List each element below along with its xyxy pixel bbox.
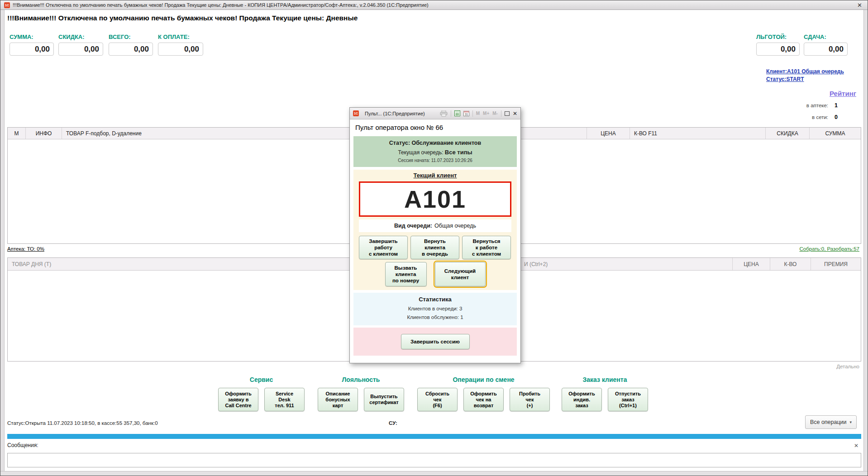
total-koplate-value: 0,00 bbox=[158, 43, 203, 56]
section-title-client-order: Заказ клиента bbox=[562, 376, 648, 383]
col-header-sum[interactable]: СУММА bbox=[810, 128, 861, 139]
return-client-to-queue-button[interactable]: Вернуть клиента в очередь bbox=[410, 236, 459, 259]
service-desk-button[interactable]: Service Desk тел. 911 bbox=[264, 388, 305, 411]
dialog-title: Пульт... (1С:Предприятие) bbox=[365, 111, 425, 116]
dialog-statistics-box: Статистика Клиентов в очереди: 3 Клиенто… bbox=[353, 293, 517, 325]
detail-label[interactable]: Детально bbox=[836, 364, 859, 369]
toolbar-separator bbox=[501, 110, 501, 117]
total-lgotoy-label: ЛЬГОТОЙ: bbox=[756, 33, 800, 41]
calculator-icon[interactable] bbox=[454, 110, 460, 116]
bonus-cards-info-button[interactable]: Описание бонусных карт bbox=[318, 388, 358, 411]
cash-status-text: Статус:Открыта 11.07.2023 10:18:50, в ка… bbox=[7, 420, 158, 426]
col-header-actions[interactable]: И (Ctrl+2) bbox=[520, 258, 733, 270]
col-header-day-qty[interactable]: К-ВО bbox=[770, 258, 811, 270]
dialog-current-client-box: Текщий клиент A101 Вид очереди: Общая оч… bbox=[353, 170, 517, 290]
punch-receipt-button[interactable]: Пробить чек (+) bbox=[510, 388, 550, 411]
shift-operation-buttons: Сбросить чек (F6) Оформить чек на возвра… bbox=[417, 388, 550, 411]
dialog-titlebar: 1С Пульт... (1С:Предприятие) 31 bbox=[350, 108, 520, 119]
warning-banner: !!!Внимание!!! Отключена по умолчанию пе… bbox=[7, 14, 358, 22]
messages-input[interactable] bbox=[7, 453, 861, 467]
statistics-title: Статистика bbox=[353, 296, 517, 303]
col-header-m[interactable]: М bbox=[8, 128, 26, 139]
session-label: Сессия начата: bbox=[398, 158, 430, 163]
clients-served-line: Клиентов обслужено: 1 bbox=[353, 314, 517, 320]
dialog-heading: Пульт оператора окно № 66 bbox=[355, 124, 515, 131]
end-session-button[interactable]: Завершить сессию bbox=[401, 334, 470, 349]
main-window: 1С !!!Внимание!!! Отключена по умолчанию… bbox=[0, 0, 868, 476]
window-title: !!!Внимание!!! Отключена по умолчанию пе… bbox=[13, 2, 855, 8]
operator-dialog: 1С Пульт... (1С:Предприятие) 31 bbox=[349, 107, 521, 363]
window-frame-right bbox=[863, 10, 868, 476]
memory-m-minus-button[interactable]: M- bbox=[492, 111, 498, 116]
in-pharmacy-counter: в аптеке: 1 bbox=[806, 102, 838, 109]
total-vsego-label: ВСЕГО: bbox=[109, 33, 153, 41]
all-operations-button[interactable]: Все операции ▾ bbox=[805, 415, 857, 429]
client-status-link[interactable]: Статус:START bbox=[766, 76, 844, 83]
client-link-block: Клиент:A101 Общая очередь Статус:START bbox=[766, 68, 844, 83]
calendar-icon[interactable]: 31 bbox=[463, 110, 469, 116]
messages-label: Сообщения: bbox=[7, 442, 38, 448]
col-header-qty[interactable]: К-ВО F11 bbox=[630, 128, 766, 139]
release-order-button[interactable]: Отпустить заказ (Ctrl+1) bbox=[608, 388, 648, 411]
in-pharmacy-value: 1 bbox=[835, 102, 838, 109]
queue-label: Текущая очередь: bbox=[398, 149, 443, 156]
dialog-session-box: Завершить сессию bbox=[353, 328, 517, 356]
all-operations-label: Все операции bbox=[810, 419, 847, 425]
loyalty-buttons: Описание бонусных карт Выпустить сертифи… bbox=[318, 388, 404, 411]
total-vsego: ВСЕГО: 0,00 bbox=[109, 33, 153, 56]
col-header-price[interactable]: ЦЕНА bbox=[587, 128, 630, 139]
memory-m-button[interactable]: M bbox=[476, 111, 480, 116]
col-header-premium[interactable]: ПРЕМИЯ bbox=[811, 258, 861, 270]
col-header-day-price[interactable]: ЦЕНА bbox=[733, 258, 770, 270]
total-vsego-value: 0,00 bbox=[109, 43, 153, 56]
dialog-maximize-icon[interactable] bbox=[505, 111, 510, 116]
total-koplate: К ОПЛАТЕ: 0,00 bbox=[158, 33, 203, 56]
clients-in-queue-line: Клиентов в очереди: 3 bbox=[353, 306, 517, 311]
issue-certificate-button[interactable]: Выпустить сертификат bbox=[364, 388, 404, 411]
memory-m-plus-button[interactable]: M+ bbox=[483, 111, 489, 116]
call-client-by-number-button[interactable]: Вызвать клиента по номеру bbox=[385, 262, 427, 286]
total-koplate-label: К ОПЛАТЕ: bbox=[158, 33, 203, 41]
in-network-label: в сети: bbox=[812, 114, 828, 120]
dialog-queue-line: Текущая очередь: Все типы bbox=[355, 149, 515, 156]
total-lgotoy-value: 0,00 bbox=[756, 43, 800, 56]
total-summa: СУММА: 0,00 bbox=[10, 33, 54, 56]
queue-kind-line: Вид очереди: Общая очередь bbox=[359, 219, 511, 232]
messages-close-icon[interactable]: ✕ bbox=[854, 443, 858, 449]
in-pharmacy-label: в аптеке: bbox=[806, 103, 828, 108]
assemble-disassemble-link[interactable]: Собрать:0, Разобрать:57 bbox=[799, 246, 859, 252]
total-skidka-label: СКИДКА: bbox=[58, 33, 103, 41]
dialog-status-line: Статус: Обслуживание клиентов bbox=[355, 140, 515, 146]
dialog-close-icon[interactable]: ✕ bbox=[513, 110, 517, 117]
total-sdacha: СДАЧА: 0,00 bbox=[804, 33, 848, 56]
reset-receipt-button[interactable]: Сбросить чек (F6) bbox=[417, 388, 458, 411]
window-close-icon[interactable]: ✕ bbox=[855, 2, 864, 9]
in-network-counter: в сети: 0 bbox=[812, 114, 838, 120]
dialog-toolbar: 31 M M+ M- ✕ bbox=[440, 110, 517, 117]
service-buttons: Оформить заявку в Call Centre Service De… bbox=[218, 388, 305, 411]
total-sdacha-value: 0,00 bbox=[804, 43, 848, 56]
individual-order-button[interactable]: Оформить индив. заказ bbox=[562, 388, 602, 411]
blue-separator-bar bbox=[7, 434, 861, 439]
in-network-value: 0 bbox=[835, 114, 838, 120]
col-header-discount[interactable]: СКИДКА bbox=[766, 128, 810, 139]
queue-kind-value: Общая очередь bbox=[434, 223, 476, 229]
client-queue-link[interactable]: Клиент:A101 Общая очередь bbox=[766, 68, 844, 76]
pharmacy-to-link[interactable]: Аптека: ТО: 0% bbox=[7, 246, 44, 252]
next-client-button[interactable]: Следующий клиент bbox=[435, 262, 486, 286]
total-skidka-value: 0,00 bbox=[58, 43, 103, 56]
print-icon[interactable] bbox=[440, 110, 448, 117]
main-titlebar: 1С !!!Внимание!!! Отключена по умолчанию… bbox=[0, 0, 868, 10]
queue-value: Все типы bbox=[445, 149, 472, 156]
section-title-loyalty: Лояльность bbox=[318, 376, 404, 383]
total-summa-label: СУММА: bbox=[10, 33, 54, 41]
toolbar-separator bbox=[451, 110, 451, 117]
finish-client-work-button[interactable]: Завершить работу с клиентом bbox=[359, 236, 408, 259]
window-frame-bottom bbox=[0, 471, 868, 476]
rating-link[interactable]: Рейтинг bbox=[830, 90, 856, 97]
return-to-client-work-button[interactable]: Вернуться к работе с клиентом bbox=[462, 236, 511, 259]
return-receipt-button[interactable]: Оформить чек на возврат bbox=[463, 388, 504, 411]
col-header-info[interactable]: ИНФО bbox=[26, 128, 62, 139]
call-centre-request-button[interactable]: Оформить заявку в Call Centre bbox=[218, 388, 258, 411]
dialog-1c-logo-icon: 1С bbox=[353, 110, 359, 116]
